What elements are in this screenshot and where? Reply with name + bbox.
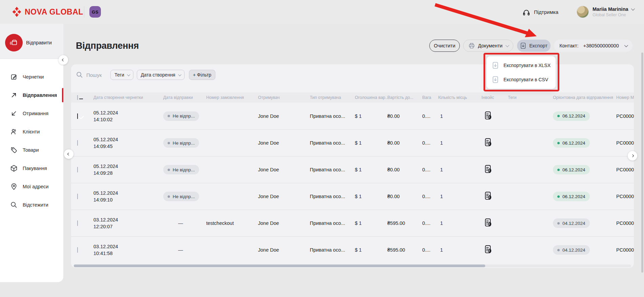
status-dot-icon: [168, 169, 170, 171]
recipient-type: Приватна осо...: [310, 140, 355, 146]
status-dot-icon: [557, 115, 560, 117]
row-checkbox[interactable]: [77, 220, 78, 226]
table-header-row: Дата створення чернетки Дата відправки Н…: [71, 92, 634, 103]
invoice-paperclip-icon[interactable]: [484, 245, 493, 254]
status-dot-icon: [557, 195, 560, 198]
invoice-paperclip-icon[interactable]: [484, 218, 493, 227]
tags-filter-label: Теги: [114, 72, 124, 78]
header-divider: [84, 6, 84, 18]
table-row[interactable]: 05.12.202414:09:28 Не відпр... Jone Doe …: [71, 156, 634, 183]
column-header[interactable]: Дата відправки: [163, 95, 206, 100]
sidebar-item-clients[interactable]: Клієнти: [0, 123, 63, 141]
sidebar-item-receiving[interactable]: Отримання: [0, 104, 63, 123]
support-button[interactable]: Підтримка: [522, 0, 558, 24]
send-button[interactable]: [5, 34, 23, 51]
vertical-scrollbar-thumb[interactable]: [641, 52, 643, 273]
sidebar-collapse-button[interactable]: [59, 55, 68, 65]
column-header[interactable]: Кількість місць: [438, 95, 481, 100]
delivery-cost: ₴0.00: [387, 113, 422, 119]
sidebar-item-addresses[interactable]: Мої адреси: [0, 177, 63, 196]
sidebar-item-shipments[interactable]: Відправлення: [0, 86, 63, 104]
export-csv-item[interactable]: Експортувати в CSV: [487, 72, 556, 87]
places-count: 1: [438, 113, 481, 119]
row-checkbox[interactable]: [77, 113, 78, 119]
column-header[interactable]: Номер М: [616, 95, 634, 100]
documents-dropdown-button[interactable]: Документи: [463, 40, 513, 52]
draft-date: 05.12.2024: [93, 163, 163, 170]
row-checkbox[interactable]: [77, 167, 78, 172]
select-all-checkbox[interactable]: [77, 95, 78, 100]
recipient-type: Приватна осо...: [310, 247, 355, 253]
user-name: Mariia Marinina: [593, 6, 628, 12]
places-count: 1: [438, 140, 481, 146]
add-filter-button[interactable]: + Фільтр: [189, 70, 215, 80]
ship-status-badge: Не відпр...: [163, 138, 199, 148]
date-created-filter[interactable]: Дата створення: [137, 70, 185, 80]
chevron-left-icon: [67, 153, 70, 155]
column-header[interactable]: Тип отримувача: [310, 95, 355, 100]
table-scroll-left-button[interactable]: [64, 149, 73, 159]
places-count: 1: [438, 220, 481, 226]
contact-label: Контакт:: [559, 43, 578, 48]
table-row[interactable]: 05.12.202414:10:02 Не відпр... Jone Doe …: [71, 103, 634, 129]
status-dot-icon: [557, 169, 560, 171]
shipment-number: PC0000: [616, 220, 634, 226]
sidebar-item-label: Мої адреси: [23, 184, 48, 189]
status-dot-icon: [168, 115, 170, 117]
column-header[interactable]: Оголошена вар...: [355, 95, 387, 100]
delivery-cost: ₴595.00: [387, 220, 422, 226]
package-box-icon: [10, 165, 18, 172]
shipment-number: PC0000: [616, 194, 634, 199]
table-scroll-right-button[interactable]: [628, 151, 637, 161]
sidebar-item-drafts[interactable]: Чернетки: [0, 68, 63, 86]
horizontal-scrollbar-thumb[interactable]: [74, 264, 485, 267]
sidebar-item-label: Відправлення: [23, 92, 57, 98]
export-label: Експорт: [529, 43, 548, 48]
invoice-paperclip-icon[interactable]: [484, 191, 493, 200]
estimated-date-badge: 06.12.2024: [553, 192, 590, 201]
export-button[interactable]: Експорт: [517, 40, 551, 52]
sidebar-item-products[interactable]: Товари: [0, 141, 63, 159]
delivery-cost: ₴595.00: [387, 247, 422, 253]
column-header[interactable]: Номер замовлення: [206, 95, 258, 100]
invoice-paperclip-icon[interactable]: [484, 111, 493, 120]
sidebar-item-packaging[interactable]: Пакування: [0, 159, 63, 177]
declared-value: $ 1: [355, 247, 387, 253]
column-header[interactable]: Інвойс: [481, 95, 508, 100]
tags-filter[interactable]: Теги: [110, 70, 133, 80]
row-checkbox[interactable]: [77, 140, 78, 146]
chevron-down-icon: [631, 7, 635, 10]
shipment-number: PC0000: [616, 113, 634, 119]
table-row[interactable]: 03.12.202410:41:58 — Jone Doe Приватна о…: [71, 236, 634, 263]
column-header[interactable]: Теги: [508, 95, 553, 100]
search-input[interactable]: Пошук: [86, 72, 102, 78]
contact-dropdown[interactable]: Контакт: +380500000000: [554, 40, 632, 52]
status-dot-icon: [557, 222, 560, 225]
brand-logo[interactable]: NOVA GLOBAL: [12, 0, 83, 24]
column-header[interactable]: Орієнтовна дата відправлення: [553, 95, 616, 100]
order-number: testcheckout: [206, 220, 258, 226]
sidebar-item-track[interactable]: Відстежити: [0, 196, 63, 214]
horizontal-scrollbar[interactable]: [74, 264, 631, 267]
table-row[interactable]: 05.12.202414:09:10 Не відпр... Jone Doe …: [71, 183, 634, 210]
clear-button[interactable]: Очистити: [429, 40, 460, 52]
workspace-badge[interactable]: GS: [89, 6, 101, 18]
export-xlsx-item[interactable]: Експортувати в XLSX: [487, 58, 556, 72]
column-header[interactable]: Вага: [422, 95, 438, 100]
invoice-paperclip-icon[interactable]: [484, 165, 493, 174]
ship-date-empty: —: [178, 220, 183, 226]
delivery-cost: ₴0.00: [387, 140, 422, 146]
row-checkbox[interactable]: [77, 247, 78, 253]
table-row[interactable]: 05.12.202414:09:45 Не відпр... Jone Doe …: [71, 129, 634, 156]
row-checkbox[interactable]: [77, 194, 78, 199]
column-header[interactable]: Вартість до...: [387, 95, 422, 100]
recipient: Jone Doe: [258, 113, 310, 119]
user-menu[interactable]: Mariia Marinina Global Seller One: [577, 0, 634, 24]
sidebar-item-label: Товари: [23, 147, 39, 153]
column-header[interactable]: Дата створення чернетки: [93, 95, 163, 100]
table-row[interactable]: 03.12.202412:20:07 — testcheckout Jone D…: [71, 210, 634, 236]
active-indicator: [62, 88, 63, 102]
column-header[interactable]: Отримувач: [258, 95, 310, 100]
printer-icon: [468, 42, 475, 49]
invoice-paperclip-icon[interactable]: [484, 138, 493, 147]
